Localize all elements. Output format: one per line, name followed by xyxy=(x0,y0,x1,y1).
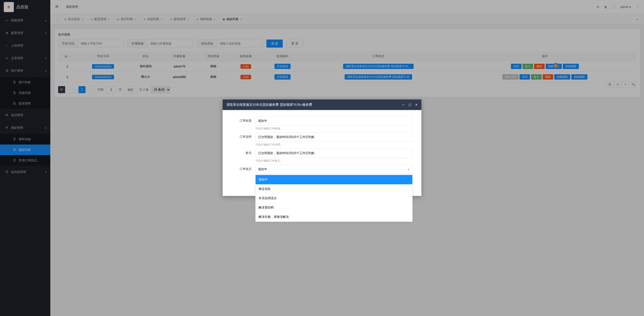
order-status-select[interactable]: 退款中 ▼ xyxy=(255,165,413,174)
dropdown-option[interactable]: 补充信用流水 xyxy=(256,194,412,203)
modal-maximize-icon[interactable]: ▢ xyxy=(409,103,411,107)
dropdown-option[interactable]: 退款中 xyxy=(256,175,412,184)
order-title-hint: 可自行编辑订单标题。 xyxy=(255,127,413,130)
dropdown-option[interactable]: 解冻失败，请激活解冻 xyxy=(256,212,412,222)
remark-input[interactable] xyxy=(255,149,413,158)
order-title-input[interactable] xyxy=(255,116,413,125)
order-desc-label: 订单说明 xyxy=(231,132,252,139)
remark-hint: 可自行编辑订单备注。 xyxy=(255,159,413,163)
chevron-down-icon: ▼ xyxy=(407,168,410,171)
remark-label: 备注 xyxy=(231,149,252,155)
status-close-badge[interactable]: × xyxy=(553,63,558,68)
dropdown-option[interactable]: 验证还款 xyxy=(256,184,412,194)
order-status-label: 订单状态 xyxy=(231,165,252,171)
status-dropdown: 退款中验证还款补充信用流水解冻需回档解冻失败，请激活解冻 xyxy=(255,175,413,222)
modal-title: 请联系在线客服支付本次贷款服务费 贷款额度*0.05=服务费 xyxy=(226,102,402,107)
order-desc-input[interactable] xyxy=(255,132,413,142)
dropdown-option[interactable]: 解冻需回档 xyxy=(256,203,412,212)
modal-overlay: 请联系在线客服支付本次贷款服务费 贷款额度*0.05=服务费 — ▢ ✕ 订单标… xyxy=(0,0,644,316)
order-title-label: 订单标题 xyxy=(231,116,252,123)
modal-close-icon[interactable]: ✕ xyxy=(415,103,418,107)
modal-minimize-icon[interactable]: — xyxy=(402,103,405,107)
order-status-value: 退款中 xyxy=(258,167,267,171)
modal-dialog: 请联系在线客服支付本次贷款服务费 贷款额度*0.05=服务费 — ▢ ✕ 订单标… xyxy=(223,99,421,196)
order-desc-hint: 可自行编辑订单说明。 xyxy=(255,143,413,147)
